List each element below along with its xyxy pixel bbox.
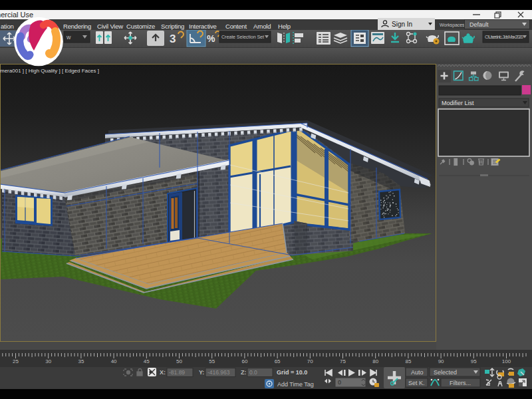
svg-text:-416.963: -416.963	[207, 369, 230, 376]
svg-text:3: 3	[170, 33, 176, 45]
svg-text:Grid = 10.0: Grid = 10.0	[277, 369, 307, 376]
svg-text:0.0: 0.0	[249, 369, 257, 376]
svg-text:Create Selection Set: Create Selection Set	[221, 34, 264, 40]
svg-text:Sign In: Sign In	[392, 21, 412, 28]
svg-text:Selected: Selected	[434, 369, 457, 376]
svg-text:Add Time Tag: Add Time Tag	[277, 381, 314, 388]
svg-text:Set K.: Set K.	[408, 380, 425, 386]
svg-text:C:\Users\nic...3ds Max 2020: C:\Users\nic...3ds Max 2020	[485, 35, 523, 39]
svg-text:Filters...: Filters...	[450, 380, 471, 386]
svg-text:0: 0	[338, 379, 341, 386]
svg-text:Y:: Y:	[199, 369, 204, 376]
svg-text:Auto: Auto	[411, 369, 424, 376]
svg-text:%: %	[207, 33, 215, 44]
svg-text:Z:: Z:	[241, 369, 247, 376]
svg-text:-81.89: -81.89	[169, 369, 185, 376]
svg-text:X:: X:	[160, 369, 166, 376]
svg-text:Modifier List: Modifier List	[442, 100, 474, 106]
